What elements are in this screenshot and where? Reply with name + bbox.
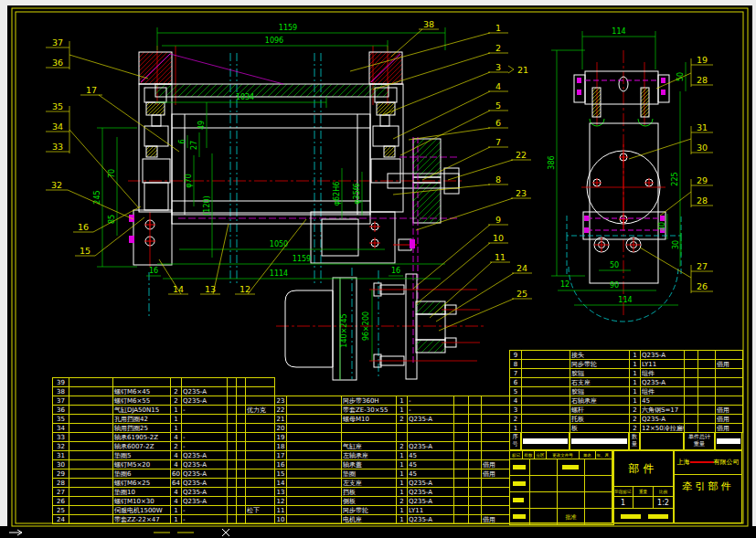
bom-cell-name: 螺钉M10×30 xyxy=(113,497,171,506)
bom-cell-name: 托板 xyxy=(570,415,630,424)
bom-cell-remark xyxy=(716,369,743,378)
bom-cell-unit xyxy=(228,469,237,479)
bom-cell-material: - xyxy=(182,442,228,451)
bom-cell-name: 孔用挡圈42 xyxy=(113,415,171,424)
sheet-cell xyxy=(612,508,674,523)
bom-cell-remark: 借用 xyxy=(482,469,510,479)
bom-cell-remark xyxy=(246,378,275,387)
bom-cell-unit xyxy=(228,424,237,433)
dim-label: 27 xyxy=(190,141,198,150)
bom-cell-name: 气缸座 xyxy=(342,442,397,451)
bom-cell-total xyxy=(237,387,246,396)
bom-header-qty: 数量 xyxy=(629,432,640,450)
bom-cell-material: 45 xyxy=(408,469,454,479)
scale-value: 1:2 xyxy=(653,496,674,509)
bom-cell-total xyxy=(698,396,716,406)
callout-32: 32 xyxy=(51,180,62,190)
bom-cell-total xyxy=(469,442,482,451)
side-lower-block xyxy=(583,212,665,252)
bom-cell-qty: 1 xyxy=(171,506,182,515)
bom-cell-name: 垫圈10 xyxy=(113,488,171,497)
bom-cell-material xyxy=(408,433,454,442)
table-row: 18 气缸座 2 Q235-A xyxy=(275,442,510,451)
bom-cell-no: 27 xyxy=(53,488,69,497)
callout-8: 8 xyxy=(495,174,501,185)
bom-cell-unit xyxy=(454,497,469,506)
bom-cell-unit xyxy=(685,415,698,424)
bom-cell-no: 33 xyxy=(53,433,69,442)
bom-cell-code xyxy=(287,488,342,497)
bom-cell-code xyxy=(69,378,113,387)
rev-cell xyxy=(584,475,614,492)
bom-cell-name: 板 xyxy=(570,424,630,433)
bom-cell-qty: 1 xyxy=(397,488,408,497)
table-row: 35 孔用挡圈42 1 xyxy=(53,415,275,424)
rev-cell xyxy=(529,459,558,476)
flange-bolts xyxy=(369,283,477,367)
bom-cell-unit xyxy=(685,424,698,433)
bom-cell-remark xyxy=(716,396,743,406)
callout-34: 34 xyxy=(52,121,63,132)
bom-cell-name: 轴用挡圈25 xyxy=(113,424,171,433)
bom-cell-unit xyxy=(228,479,237,488)
bom-cell-unit xyxy=(454,451,469,460)
bom-cell-code xyxy=(69,387,113,396)
bom-cell-total xyxy=(237,488,246,497)
revision-grid: 标记 处数 分区 更改文件号 签名 年、月、日 批准 xyxy=(509,450,612,523)
bom-cell-qty: 2 xyxy=(397,442,408,451)
bom-cell-total xyxy=(469,515,482,524)
callout-38: 38 xyxy=(423,19,434,29)
table-row: 38 螺钉M6×45 2 Q235-A xyxy=(53,387,275,396)
bom-cell-name: 带套ZE-30×55 xyxy=(342,406,397,415)
table-row: 4 右轴承座 1 45 xyxy=(510,396,743,406)
bom-cell-code xyxy=(287,515,342,524)
bom-cell-unit xyxy=(454,488,469,497)
bom-cell-no: 30 xyxy=(53,460,69,469)
bom-cell-unit xyxy=(228,442,237,451)
bom-cell-total xyxy=(237,406,246,415)
bom-cell-qty: 1 xyxy=(397,469,408,479)
bom-cell-total xyxy=(237,460,246,469)
bom-cell-qty: 2 xyxy=(630,424,641,433)
bom-cell-qty: 2 xyxy=(171,387,182,396)
bom-cell-total xyxy=(469,415,482,424)
bom-cell-total xyxy=(237,497,246,506)
bom-cell-total xyxy=(698,351,716,360)
bom-cell-material: 45 xyxy=(408,451,454,460)
bom-cell-code xyxy=(287,497,342,506)
table-row: 34 轴用挡圈25 1 xyxy=(53,424,275,433)
bom-cell-code xyxy=(287,433,342,442)
bom-cell-material: Q235-A xyxy=(182,396,228,406)
rev-cell xyxy=(529,491,558,509)
bom-cell-unit xyxy=(454,469,469,479)
dim-label: 1159 xyxy=(293,255,311,263)
rev-cell xyxy=(529,475,558,492)
bom-cell-total xyxy=(698,378,716,387)
bom-cell-total xyxy=(469,451,482,460)
bom-cell-remark xyxy=(246,415,275,424)
bom-cell-qty: 4 xyxy=(171,451,182,460)
bom-cell-total xyxy=(237,479,246,488)
dim-label: 90 xyxy=(610,281,619,290)
bom-cell-remark xyxy=(246,433,275,442)
dim-label: 225 xyxy=(671,172,679,185)
table-row: 25 伺服电机1500W 1 - 松下 xyxy=(53,506,275,515)
table-row: 7 胶辊 1 组件 xyxy=(510,369,743,378)
bom-cell-remark xyxy=(246,442,275,451)
bom-table-right: 9 接头 1 Q235-A 8 同步带轮 1 LY11 xyxy=(509,350,743,433)
callout-4: 4 xyxy=(495,81,501,91)
bom-cell-remark: 松下 xyxy=(246,506,275,515)
bom-cell-remark xyxy=(716,378,743,387)
bom-right-body: 9 接头 1 Q235-A 8 同步带轮 1 LY11 xyxy=(510,351,743,433)
bom-cell-remark xyxy=(246,387,275,396)
bom-cell-name: 螺杆 xyxy=(570,406,630,415)
table-row: 3 螺杆 2 六角钢S=17 借用 xyxy=(510,406,743,415)
callout-14: 14 xyxy=(173,284,184,294)
bom-cell-total xyxy=(469,469,482,479)
bom-cell-qty: 4 xyxy=(171,433,182,442)
bom-cell-name: 轴承盖 xyxy=(342,460,397,469)
callout-5: 5 xyxy=(495,100,501,111)
bom-cell-name: 左轴承座 xyxy=(342,451,397,460)
bom-cell-total xyxy=(469,497,482,506)
bom-cell-unit xyxy=(685,378,698,387)
